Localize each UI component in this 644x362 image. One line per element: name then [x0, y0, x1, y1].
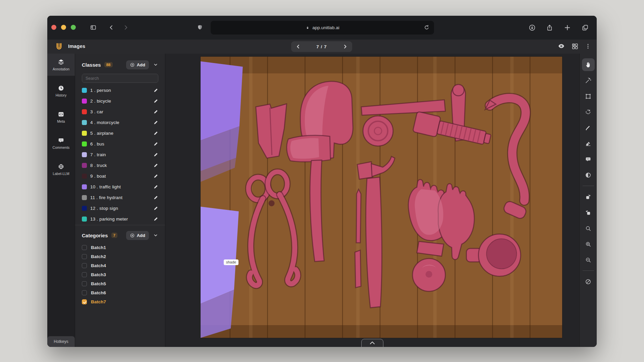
- edit-pencil-icon[interactable]: [153, 206, 158, 211]
- rail-item-annotation[interactable]: Annotation: [47, 54, 75, 76]
- next-image-button[interactable]: [342, 44, 348, 50]
- edit-pencil-icon[interactable]: [153, 174, 158, 179]
- category-row[interactable]: Batch7: [75, 297, 165, 306]
- class-row[interactable]: 2 . bicycle: [75, 96, 165, 106]
- category-row[interactable]: Batch5: [75, 279, 165, 288]
- new-tab-icon[interactable]: [562, 22, 572, 33]
- magic-wand-tool-button[interactable]: [582, 74, 595, 87]
- rail-item-comments[interactable]: Comments: [47, 132, 75, 154]
- edit-pencil-icon[interactable]: [153, 152, 158, 157]
- sidebar-toggle-icon[interactable]: [88, 22, 98, 33]
- category-checkbox[interactable]: [82, 263, 87, 268]
- class-row[interactable]: 13 . parking meter: [75, 214, 165, 224]
- edit-pencil-icon[interactable]: [153, 217, 158, 222]
- prev-image-button[interactable]: [295, 44, 301, 50]
- edit-pencil-icon[interactable]: [153, 141, 158, 146]
- visibility-eye-icon[interactable]: [557, 42, 565, 50]
- class-row[interactable]: 7 . train: [75, 149, 165, 160]
- category-label: Batch1: [91, 245, 106, 250]
- annotated-image[interactable]: .t{fill:#c24e6c;stroke:#471426;stroke-wi…: [201, 57, 562, 338]
- window-controls: [51, 25, 76, 30]
- annotation-canvas[interactable]: .t{fill:#c24e6c;stroke:#471426;stroke-wi…: [165, 54, 579, 347]
- search-tool-button[interactable]: [582, 222, 595, 235]
- edit-pencil-icon[interactable]: [153, 195, 158, 200]
- hand-tool-button[interactable]: [582, 58, 595, 71]
- category-row[interactable]: Batch1: [75, 243, 165, 252]
- rail-item-meta[interactable]: Meta: [47, 106, 75, 128]
- class-search-input[interactable]: [82, 74, 158, 83]
- edit-pencil-icon[interactable]: [153, 109, 158, 114]
- category-label: Batch6: [91, 290, 106, 295]
- category-label: Batch4: [91, 263, 106, 268]
- edit-pencil-icon[interactable]: [153, 120, 158, 125]
- collapse-classes-chevron-icon[interactable]: [153, 62, 158, 67]
- zoom-in-tool-button[interactable]: [582, 238, 595, 250]
- category-row[interactable]: Batch4: [75, 261, 165, 270]
- clock-icon: [57, 84, 65, 92]
- hand-icon: [585, 61, 592, 68]
- comment-tool-button[interactable]: [582, 153, 595, 166]
- category-checkbox[interactable]: [82, 245, 87, 250]
- add-category-button[interactable]: Add: [126, 231, 149, 240]
- category-row[interactable]: Batch6: [75, 288, 165, 297]
- mask-contrast-tool-button[interactable]: [582, 169, 595, 181]
- class-label: 13 . parking meter: [90, 217, 128, 222]
- kebab-menu-icon[interactable]: [585, 43, 591, 50]
- category-checkbox[interactable]: [82, 299, 87, 304]
- disable-tool-button[interactable]: [582, 275, 595, 288]
- tab-overview-icon[interactable]: [580, 22, 590, 33]
- auto-segment-tool-button[interactable]: [582, 106, 595, 118]
- brush-tool-button[interactable]: [582, 121, 595, 134]
- category-checkbox[interactable]: [82, 281, 87, 286]
- bounding-box-tool-button[interactable]: [582, 90, 595, 103]
- category-checkbox[interactable]: [82, 290, 87, 295]
- rotate-left-icon: [585, 209, 592, 216]
- edit-pencil-icon[interactable]: [153, 163, 158, 168]
- close-window-button[interactable]: [51, 25, 56, 30]
- class-row[interactable]: 4 . motorcycle: [75, 117, 165, 128]
- collapse-categories-chevron-icon[interactable]: [153, 233, 158, 238]
- grid-view-icon[interactable]: [571, 43, 579, 50]
- category-checkbox[interactable]: [82, 272, 87, 277]
- fullscreen-window-button[interactable]: [71, 25, 76, 30]
- back-button[interactable]: [106, 22, 116, 33]
- rotate-left-tool-button[interactable]: [582, 206, 595, 219]
- edit-pencil-icon[interactable]: [153, 99, 158, 104]
- edit-pencil-icon[interactable]: [153, 131, 158, 136]
- eraser-tool-button[interactable]: [582, 137, 595, 150]
- hotkeys-button[interactable]: Hotkeys: [47, 336, 75, 347]
- unitlab-logo[interactable]: [54, 42, 64, 53]
- chip-icon: [57, 163, 65, 170]
- share-icon[interactable]: [544, 22, 554, 33]
- category-row[interactable]: Batch3: [75, 270, 165, 279]
- class-row[interactable]: 6 . bus: [75, 138, 165, 149]
- class-row[interactable]: 10 . traffic light: [75, 181, 165, 192]
- minimize-window-button[interactable]: [61, 25, 66, 30]
- address-bar[interactable]: app.unitlab.ai: [211, 21, 434, 35]
- category-checkbox[interactable]: [82, 254, 87, 259]
- forward-button[interactable]: [121, 22, 131, 33]
- refresh-icon[interactable]: [423, 24, 430, 31]
- class-row[interactable]: 3 . car: [75, 106, 165, 117]
- rail-item-label-llm[interactable]: Label-LLM: [47, 158, 75, 180]
- edit-pencil-icon[interactable]: [153, 184, 158, 189]
- class-row[interactable]: 11 . fire hydrant: [75, 192, 165, 203]
- add-class-button[interactable]: Add: [126, 60, 149, 69]
- rail-item-history[interactable]: History: [47, 80, 75, 102]
- class-row[interactable]: 8 . truck: [75, 160, 165, 171]
- edit-pencil-icon[interactable]: [153, 88, 158, 93]
- category-row[interactable]: Batch2: [75, 252, 165, 261]
- class-row[interactable]: 1 . person: [75, 85, 165, 96]
- class-row[interactable]: 5 . airplane: [75, 128, 165, 138]
- expand-bottom-panel-button[interactable]: [361, 339, 383, 347]
- category-label: Batch2: [91, 254, 106, 259]
- class-row[interactable]: 12 . stop sign: [75, 203, 165, 214]
- zoom-out-tool-button[interactable]: [582, 253, 595, 266]
- rotate-right-tool-button[interactable]: [582, 190, 595, 203]
- downloads-icon[interactable]: [527, 22, 537, 33]
- url-text: app.unitlab.ai: [312, 25, 339, 30]
- rotate-right-icon: [585, 193, 592, 200]
- annotation-label[interactable]: shade: [224, 259, 238, 265]
- privacy-shield-icon[interactable]: [195, 22, 205, 33]
- class-row[interactable]: 9 . boat: [75, 171, 165, 181]
